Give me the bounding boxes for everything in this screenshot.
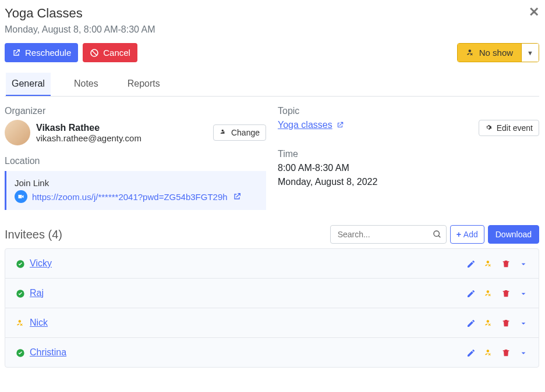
edit-event-button[interactable]: Edit event (479, 120, 539, 136)
expand-row-icon[interactable] (519, 258, 528, 269)
invitee-row: Vicky (5, 249, 539, 279)
invitee-row: Christina (5, 338, 539, 367)
close-icon[interactable]: ✕ (529, 6, 539, 19)
delete-invitee-icon[interactable] (501, 258, 511, 269)
expand-row-icon[interactable] (519, 318, 528, 328)
mark-noshow-icon[interactable] (484, 258, 493, 269)
invitee-name-link[interactable]: Christina (30, 347, 66, 358)
mark-noshow-icon[interactable] (484, 347, 493, 358)
status-noshow-icon (16, 318, 25, 328)
user-change-icon (220, 129, 228, 137)
organizer-email: vikash.rathee@agenty.com (36, 133, 141, 143)
tab-general[interactable]: General (6, 73, 51, 96)
cancel-button[interactable]: Cancel (83, 43, 137, 62)
invitees-title: Invitees (4) (5, 228, 62, 241)
noshow-button[interactable]: No show (458, 44, 521, 62)
edit-invitee-icon[interactable] (466, 288, 476, 298)
expand-row-icon[interactable] (519, 288, 528, 298)
organizer-label: Organizer (5, 106, 266, 116)
mark-noshow-icon[interactable] (484, 318, 493, 328)
tab-reports[interactable]: Reports (122, 73, 166, 96)
add-invitee-button[interactable]: +Add (450, 225, 484, 244)
invitee-name-link[interactable]: Vicky (30, 258, 52, 269)
invitee-row: Raj (5, 279, 539, 308)
noshow-dropdown-toggle[interactable]: ▼ (521, 44, 539, 62)
open-link-icon[interactable] (232, 192, 242, 201)
external-link-icon (12, 48, 21, 58)
tab-notes[interactable]: Notes (68, 73, 104, 96)
invitee-list: VickyRajNickChristina (5, 248, 539, 368)
time-range: 8:00 AM-8:30 AM (278, 163, 539, 173)
location-label: Location (5, 156, 266, 166)
status-confirmed-icon (16, 288, 25, 298)
download-button[interactable]: Download (488, 225, 539, 244)
external-link-icon (336, 121, 344, 129)
topic-label: Topic (278, 106, 539, 116)
expand-row-icon[interactable] (519, 347, 528, 358)
zoom-icon (15, 190, 27, 203)
time-label: Time (278, 149, 539, 159)
organizer-name: Vikash Rathee (36, 123, 141, 133)
edit-invitee-icon[interactable] (466, 258, 476, 269)
time-date: Monday, August 8, 2022 (278, 177, 539, 187)
topic-link[interactable]: Yoga classes (278, 120, 344, 130)
search-icon[interactable] (433, 230, 442, 239)
noshow-icon (466, 48, 475, 58)
location-card: Join Link https://zoom.us/j/******2041?p… (5, 171, 266, 210)
delete-invitee-icon[interactable] (501, 318, 511, 328)
noshow-split-button[interactable]: No show ▼ (457, 43, 539, 62)
mark-noshow-icon[interactable] (484, 288, 493, 298)
delete-invitee-icon[interactable] (501, 288, 511, 298)
edit-invitee-icon[interactable] (466, 318, 476, 328)
organizer-avatar (5, 120, 30, 145)
zoom-link[interactable]: https://zoom.us/j/******2041?pwd=ZG54b3F… (32, 192, 228, 202)
join-link-label: Join Link (15, 178, 258, 188)
status-confirmed-icon (16, 258, 25, 269)
change-organizer-button[interactable]: Change (213, 124, 266, 141)
event-title: Yoga Classes (5, 6, 155, 21)
invitee-row: Nick (5, 308, 539, 338)
status-confirmed-icon (16, 347, 25, 358)
reschedule-button[interactable]: Reschedule (5, 43, 78, 62)
ban-icon (90, 48, 99, 58)
gear-icon (485, 124, 493, 132)
invitee-name-link[interactable]: Raj (30, 288, 44, 298)
invitee-name-link[interactable]: Nick (30, 318, 48, 328)
event-datetime: Monday, August 8, 8:00 AM-8:30 AM (5, 24, 155, 35)
edit-invitee-icon[interactable] (466, 347, 476, 358)
search-input[interactable] (330, 225, 447, 244)
delete-invitee-icon[interactable] (501, 347, 511, 358)
